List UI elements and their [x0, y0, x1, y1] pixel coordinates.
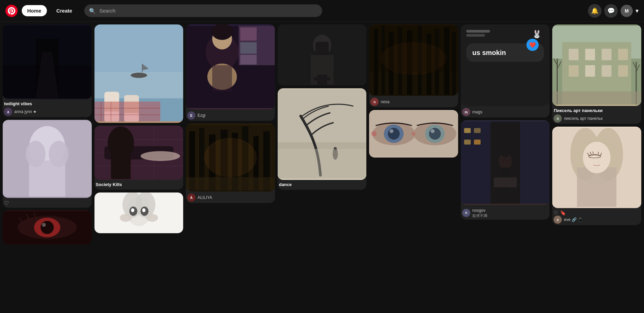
smokin-card: 🐰 ❤️ us smokin	[461, 24, 550, 106]
user-name: nosgov	[472, 208, 486, 213]
svg-rect-10	[3, 121, 92, 197]
svg-point-54	[146, 214, 158, 222]
eye-red-image	[3, 210, 92, 244]
svg-rect-81	[314, 77, 330, 81]
dance-tree-image	[278, 88, 367, 180]
messages-button[interactable]: 💬	[604, 4, 618, 18]
svg-rect-114	[464, 128, 471, 133]
svg-point-104	[389, 129, 394, 133]
svg-rect-112	[461, 122, 494, 204]
svg-rect-59	[240, 55, 257, 65]
pin-title: Пиксель арт панельки	[554, 108, 640, 113]
svg-rect-20	[94, 26, 184, 72]
svg-rect-98	[452, 32, 456, 95]
pin-info: twilight vibes a anna jynn ★	[3, 99, 92, 117]
create-button[interactable]: Create	[51, 5, 78, 16]
pin-card[interactable]	[94, 192, 184, 233]
header-right: 🔔 💬 M ▾	[588, 4, 639, 18]
pin-card[interactable]: Пиксель арт панельки п пиксель арт панел…	[552, 24, 641, 124]
svg-rect-115	[474, 128, 481, 133]
svg-rect-127	[585, 49, 595, 60]
pinterest-logo[interactable]	[5, 5, 18, 17]
cigarette-bar	[466, 30, 490, 33]
svg-point-120	[501, 148, 510, 157]
header: Home Create 🔍 🔔 💬 M ▾	[0, 0, 644, 22]
svg-point-75	[204, 138, 257, 177]
pin-user: n nesa	[370, 98, 457, 106]
pin-user: ♡	[4, 200, 90, 206]
user-avatar: A	[187, 194, 195, 202]
svg-point-51	[131, 208, 134, 212]
pin-info: Society Kills	[94, 180, 184, 190]
pin-title: twilight vibes	[4, 101, 90, 106]
heart-icon: ♡	[554, 210, 558, 216]
user-subtitle: 欲求不満	[472, 213, 487, 218]
user-name: anna jynn ★	[14, 109, 37, 114]
pin-user: e eve 🔗 📱	[554, 216, 640, 224]
pin-card[interactable]: ♡	[3, 120, 92, 208]
pin-info: n nosgov 欲求不満	[461, 205, 550, 220]
pin-user: E Ezgi	[187, 111, 274, 119]
pin-card[interactable]: twilight vibes a anna jynn ★	[3, 24, 92, 117]
svg-rect-44	[111, 149, 130, 179]
user-name: nesa	[381, 99, 389, 104]
pin-user: a anna jynn ★	[4, 108, 90, 116]
svg-rect-64	[212, 65, 232, 92]
svg-rect-29	[94, 102, 160, 121]
home-button[interactable]: Home	[22, 5, 47, 16]
pin-card[interactable]: n nesa	[369, 24, 458, 107]
pinterest-icon	[8, 7, 15, 15]
svg-rect-140	[552, 92, 641, 105]
pin-info: n nesa	[369, 96, 458, 107]
user-avatar: п	[554, 114, 562, 123]
pin-info: E Ezgi	[186, 109, 275, 121]
pin-card[interactable]: dance	[278, 88, 367, 190]
bath-image	[94, 126, 184, 180]
svg-point-107	[429, 128, 441, 140]
svg-rect-129	[618, 49, 628, 60]
svg-rect-57	[240, 27, 257, 41]
main-content: twilight vibes a anna jynn ★	[0, 22, 644, 247]
pin-card[interactable]: E Ezgi	[186, 24, 275, 121]
message-icon: 💬	[607, 7, 615, 15]
pin-card[interactable]: n nosgov 欲求不満	[461, 120, 550, 220]
user-name: mags	[472, 110, 482, 114]
svg-rect-58	[240, 42, 257, 54]
svg-point-42	[140, 151, 180, 161]
notifications-button[interactable]: 🔔	[588, 4, 602, 18]
pin-info: dance	[278, 180, 367, 190]
pin-card[interactable]: Society Kills	[94, 126, 184, 190]
smokin-text: us smokin	[472, 48, 538, 57]
pixel-art-image	[552, 24, 641, 106]
user-avatar: n	[370, 98, 379, 106]
pin-user: A ALILIYA	[187, 194, 274, 202]
svg-rect-132	[602, 65, 612, 77]
rabbit-icon: 🐰	[532, 30, 541, 39]
twilight-vibes-image	[3, 24, 92, 99]
lake-image	[94, 24, 184, 123]
svg-rect-74	[186, 177, 275, 190]
pin-user: п пиксель арт панельк	[554, 114, 640, 123]
action-icons: ♡ 🔖	[554, 210, 566, 216]
pin-card[interactable]	[278, 24, 367, 86]
pin-card[interactable]: ♡ 🔖 e eve 🔗 📱	[552, 127, 641, 225]
user-avatar-button[interactable]: M	[621, 5, 633, 17]
pin-user: n nosgov 欲求不満	[462, 207, 549, 218]
chevron-down-icon: ▾	[636, 7, 639, 14]
bookmark-icon: 🔖	[560, 210, 566, 216]
dark-trees-image	[369, 24, 458, 96]
user-avatar: m	[462, 108, 470, 116]
pin-card[interactable]	[94, 24, 184, 123]
pin-info: A ALILIYA	[186, 191, 275, 203]
svg-rect-89	[374, 29, 378, 95]
pin-card[interactable]	[3, 210, 92, 244]
pin-card[interactable]: A ALILIYA	[186, 124, 275, 203]
hands-face-image	[3, 120, 92, 198]
pin-card[interactable]: 🐰 ❤️ us smokin m mags	[461, 24, 550, 117]
svg-rect-122	[494, 178, 517, 187]
pin-card[interactable]	[369, 110, 458, 158]
pin-title: Society Kills	[96, 182, 182, 187]
user-name: Ezgi	[197, 113, 205, 118]
chevron-down-button[interactable]: ▾	[636, 7, 639, 15]
search-input[interactable]	[84, 4, 322, 17]
